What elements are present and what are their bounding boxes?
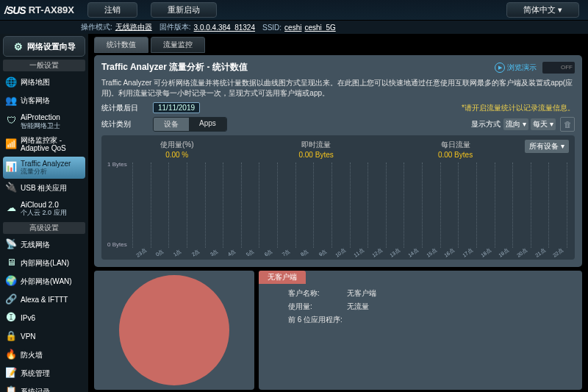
model-name: RT-AX89X (29, 4, 74, 15)
menu-icon: 📝 (5, 368, 17, 379)
group-advanced: 高级设置 (3, 222, 85, 234)
detail-row: 使用量:无流量 (288, 302, 582, 312)
sidebar: ⚙ 网络设置向导 一般设置 🌐网络地图👥访客网络🛡AiProtection智能网… (0, 34, 88, 392)
menu-icon: 🔌 (5, 182, 17, 194)
seg-device[interactable]: 设备 (154, 118, 189, 131)
reboot-button[interactable]: 重新启动 (151, 2, 217, 18)
seg-apps[interactable]: Apps (189, 118, 226, 131)
date-picker[interactable]: 11/11/2019 (153, 102, 200, 113)
sidebar-item[interactable]: 🌍外部网络(WAN) (3, 273, 85, 291)
wizard-button[interactable]: ⚙ 网络设置向导 (3, 36, 85, 57)
menu-icon: 🛡 (5, 115, 17, 127)
y-bot: 0 Bytes (107, 241, 127, 248)
bar-chart: 使用量(%)0.00 %即时流量0.00 Bytes每日流量0.00 Bytes… (101, 135, 575, 260)
logout-button[interactable]: 注销 (87, 2, 137, 18)
pie-chart (94, 271, 254, 390)
menu-icon: 🔥 (5, 349, 17, 361)
sidebar-item[interactable]: 📶网络监控家 - Adaptive QoS (3, 133, 85, 156)
menu-icon: 👥 (5, 95, 17, 107)
menu-icon: 📊 (5, 162, 17, 174)
demo-link[interactable]: 浏览演示 (495, 63, 537, 73)
menu-icon: 🔗 (5, 294, 17, 306)
sidebar-item[interactable]: ☁AiCloud 2.0个人云 2.0 应用 (3, 198, 85, 220)
device-filter[interactable]: 所有设备 ▾ (525, 140, 569, 153)
group-general: 一般设置 (3, 60, 85, 71)
menu-icon: ☁ (5, 203, 17, 215)
ssid-1[interactable]: ceshi (284, 24, 301, 32)
sidebar-item[interactable]: 👥访客网络 (3, 92, 85, 110)
tab-statistics[interactable]: 统计数值 (94, 37, 148, 53)
last-date-label: 统计最后日 (101, 103, 153, 113)
menu-icon: 🌍 (5, 276, 17, 288)
menu-icon: 📡 (5, 239, 17, 251)
menu-icon: 📋 (5, 386, 17, 392)
sidebar-item[interactable]: 🛡AiProtection智能网络卫士 (3, 110, 85, 132)
info-bar: 操作模式: 无线路由器 固件版本: 3.0.0.4.384_81324 SSID… (0, 21, 588, 34)
sidebar-item[interactable]: 📝系统管理 (3, 365, 85, 382)
detail-row: 前 6 位应用程序: (288, 315, 582, 325)
ssid-label: SSID: (262, 24, 282, 32)
chart-header: 使用量(%)0.00 % (107, 140, 246, 159)
mode-label: 操作模式: (81, 22, 112, 32)
sidebar-item[interactable]: 🔥防火墙 (3, 346, 85, 364)
menu-icon: 🌐 (5, 76, 17, 88)
sidebar-item[interactable]: 📋系统记录 (3, 383, 85, 392)
client-tab[interactable]: 无客户端 (259, 271, 306, 284)
sidebar-item[interactable]: 📡无线网络 (3, 236, 85, 254)
menu-icon: 📶 (5, 138, 17, 150)
sidebar-item[interactable]: 🖥内部网络(LAN) (3, 254, 85, 272)
display-label: 显示方式 (471, 119, 501, 129)
detail-row: 客户名称:无客户端 (288, 288, 582, 299)
fw-label: 固件版本: (159, 22, 191, 32)
menu-icon: 🔒 (5, 331, 17, 343)
ssid-2[interactable]: ceshi_5G (304, 24, 335, 32)
warning-note[interactable]: *请开启流量统计以记录流量信息。 (462, 103, 575, 113)
chart-header: 即时流量0.00 Bytes (246, 140, 385, 159)
logo: /SUS (4, 4, 26, 16)
menu-icon: 🖥 (5, 257, 17, 269)
sidebar-item[interactable]: 🅘IPv6 (3, 310, 85, 327)
sidebar-item[interactable]: 🌐网络地图 (3, 74, 85, 91)
description: Traffic Analyzer 可分析网络流量并将统计量数据以曲线图方式呈现出… (101, 78, 575, 98)
gear-icon: ⚙ (12, 40, 24, 52)
delete-button[interactable]: 🗑 (560, 117, 575, 132)
sidebar-item[interactable]: 🔗Alexa & IFTTT (3, 291, 85, 309)
panel-title: Traffic Analyzer 流量分析 - 统计数值 (101, 61, 495, 74)
language-select[interactable]: 简体中文 ▾ (506, 2, 579, 18)
category-label: 统计类别 (101, 119, 153, 129)
op-mode-link[interactable]: 无线路由器 (115, 22, 152, 32)
y-top: 1 Bytes (107, 161, 127, 168)
category-segment[interactable]: 设备 Apps (153, 117, 227, 132)
sidebar-item[interactable]: 📊Traffic Analyzer流量分析 (3, 157, 85, 179)
menu-icon: 🅘 (5, 313, 17, 324)
feature-toggle[interactable]: OFF (542, 62, 575, 74)
direction-select[interactable]: 流向 ▾ (503, 118, 528, 130)
sidebar-item[interactable]: 🔌USB 相关应用 (3, 179, 85, 197)
fw-version-link[interactable]: 3.0.0.4.384_81324 (194, 24, 255, 32)
chart-header: 每日流量0.00 Bytes (386, 140, 525, 159)
sidebar-item[interactable]: 🔒VPN (3, 328, 85, 346)
period-select[interactable]: 每天 ▾ (531, 118, 556, 130)
trash-icon: 🗑 (564, 120, 572, 129)
tab-traffic-monitor[interactable]: 流量监控 (151, 37, 205, 53)
